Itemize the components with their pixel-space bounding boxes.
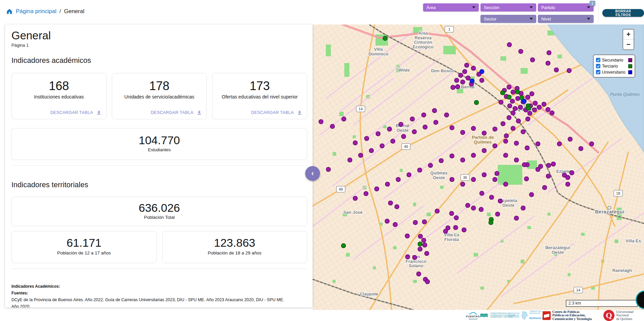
institution-dot-universitario[interactable]: [522, 99, 526, 104]
institution-dot-secundario[interactable]: [359, 153, 363, 158]
institution-dot-secundario[interactable]: [482, 131, 487, 135]
institution-dot-secundario[interactable]: [418, 168, 422, 172]
institution-dot-secundario[interactable]: [391, 139, 395, 144]
institution-dot-secundario[interactable]: [530, 92, 534, 96]
institution-dot-secundario[interactable]: [504, 182, 508, 187]
institution-dot-secundario[interactable]: [461, 158, 465, 162]
institution-dot-secundario[interactable]: [498, 199, 503, 203]
institution-dot-secundario[interactable]: [353, 196, 358, 201]
institution-dot-secundario[interactable]: [511, 111, 515, 115]
institution-dot-secundario[interactable]: [385, 182, 390, 187]
institution-dot-secundario[interactable]: [590, 142, 594, 146]
institution-dot-secundario[interactable]: [516, 119, 521, 123]
institution-dot-secundario[interactable]: [521, 206, 525, 210]
institution-dot-secundario[interactable]: [504, 134, 509, 138]
institution-dot-secundario[interactable]: [342, 117, 346, 121]
institution-dot-secundario[interactable]: [399, 122, 403, 127]
institution-dot-secundario[interactable]: [461, 182, 465, 187]
institution-dot-secundario[interactable]: [353, 141, 358, 145]
institution-dot-secundario[interactable]: [533, 108, 537, 112]
institution-dot-secundario[interactable]: [454, 226, 458, 230]
institution-dot-secundario[interactable]: [445, 113, 449, 117]
institution-dot-secundario[interactable]: [462, 228, 466, 232]
institution-dot-secundario[interactable]: [455, 78, 459, 83]
institution-dot-secundario[interactable]: [514, 141, 519, 146]
zoom-in-button[interactable]: +: [623, 30, 634, 39]
institution-dot-terciario[interactable]: [489, 220, 493, 225]
institution-dot-secundario[interactable]: [539, 164, 543, 169]
institution-dot-secundario[interactable]: [471, 153, 476, 158]
institution-dot-secundario[interactable]: [530, 193, 534, 197]
filter-seccion-select[interactable]: Sección: [480, 3, 536, 11]
institution-dot-secundario[interactable]: [493, 177, 497, 182]
institution-dot-secundario[interactable]: [547, 163, 551, 168]
institution-dot-secundario[interactable]: [547, 51, 551, 55]
institution-dot-secundario[interactable]: [450, 126, 454, 130]
institution-dot-secundario[interactable]: [423, 125, 427, 129]
institution-dot-secundario[interactable]: [432, 109, 437, 113]
institution-dot-terciario[interactable]: [474, 101, 479, 105]
institution-dot-secundario[interactable]: [531, 58, 535, 62]
institution-dot-secundario[interactable]: [407, 173, 411, 177]
institution-dot-secundario[interactable]: [413, 220, 418, 225]
institution-dot-secundario[interactable]: [493, 144, 497, 148]
institution-dot-secundario[interactable]: [480, 78, 484, 83]
institution-dot-secundario[interactable]: [413, 255, 417, 260]
institution-dot-secundario[interactable]: [450, 211, 454, 216]
institution-dot-secundario[interactable]: [526, 95, 530, 99]
institution-dot-secundario[interactable]: [511, 90, 515, 94]
download-table-link[interactable]: DESCARGAR TABLA: [251, 110, 303, 115]
institution-dot-secundario[interactable]: [461, 80, 465, 84]
institution-dot-secundario[interactable]: [450, 154, 454, 158]
institution-dot-secundario[interactable]: [406, 255, 410, 259]
institution-dot-secundario[interactable]: [480, 191, 484, 196]
institution-dot-secundario[interactable]: [461, 130, 465, 135]
institution-dot-secundario[interactable]: [434, 120, 438, 125]
institution-dot-secundario[interactable]: [546, 61, 550, 66]
institution-dot-secundario[interactable]: [510, 99, 515, 104]
panel-collapse-button[interactable]: ‹: [305, 166, 320, 181]
institution-dot-secundario[interactable]: [380, 144, 384, 148]
institution-dot-secundario[interactable]: [326, 167, 331, 172]
institution-dot-secundario[interactable]: [522, 163, 527, 167]
institution-dot-secundario[interactable]: [396, 177, 401, 182]
institution-dot-secundario[interactable]: [454, 216, 459, 220]
institution-dot-secundario[interactable]: [566, 175, 570, 180]
institution-dot-secundario[interactable]: [513, 107, 517, 111]
institution-dot-secundario[interactable]: [410, 117, 415, 121]
institution-dot-secundario[interactable]: [422, 113, 426, 117]
institution-dot-secundario[interactable]: [570, 171, 574, 175]
institution-dot-secundario[interactable]: [495, 171, 499, 176]
institution-dot-secundario[interactable]: [393, 223, 398, 227]
institution-dot-secundario[interactable]: [425, 280, 430, 284]
institution-dot-secundario[interactable]: [519, 49, 523, 54]
institution-dot-terciario[interactable]: [418, 242, 422, 246]
institution-dot-terciario[interactable]: [383, 36, 387, 41]
institution-dot-secundario[interactable]: [365, 136, 369, 141]
institution-dot-secundario[interactable]: [550, 111, 554, 115]
institution-dot-secundario[interactable]: [567, 69, 571, 73]
filter-partido-select[interactable]: Partido 1: [538, 3, 594, 11]
institution-dot-secundario[interactable]: [471, 126, 476, 131]
institution-dot-secundario[interactable]: [385, 219, 389, 224]
institution-dot-secundario[interactable]: [504, 139, 508, 144]
filter-nivel-select[interactable]: Nivel: [538, 15, 594, 23]
institution-dot-secundario[interactable]: [514, 216, 519, 220]
institution-dot-secundario[interactable]: [422, 220, 427, 224]
institution-dot-secundario[interactable]: [551, 162, 556, 166]
institution-dot-terciario[interactable]: [501, 91, 505, 95]
download-table-link[interactable]: DESCARGAR TABLA: [50, 110, 102, 115]
institution-dot-secundario[interactable]: [459, 73, 463, 78]
institution-dot-secundario[interactable]: [536, 142, 540, 146]
institution-dot-secundario[interactable]: [479, 207, 484, 212]
institution-dot-secundario[interactable]: [319, 120, 323, 124]
institution-dot-secundario[interactable]: [364, 192, 368, 196]
institution-dot-secundario[interactable]: [435, 209, 440, 213]
institution-dot-secundario[interactable]: [546, 174, 551, 178]
institution-dot-secundario[interactable]: [451, 85, 455, 90]
institution-dot-secundario[interactable]: [418, 234, 423, 239]
institution-dot-secundario[interactable]: [514, 158, 519, 162]
institution-dot-secundario[interactable]: [348, 158, 352, 162]
institution-dot-secundario[interactable]: [499, 100, 503, 105]
map-canvas[interactable]: VillaDomínicoWildeÁreaReservaCinturónEco…: [313, 25, 644, 310]
